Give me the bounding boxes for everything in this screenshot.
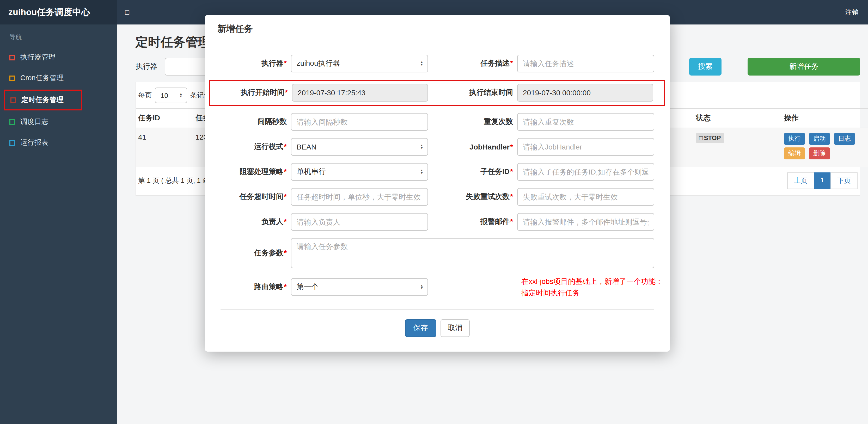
sidebar-item-label: 调度日志 xyxy=(20,117,49,127)
header-actions: 操作 xyxy=(779,108,868,128)
sidebar-section-label: 导航 xyxy=(0,25,117,47)
run-mode-label: 运行模式* xyxy=(220,142,291,152)
block-strategy-value: 单机串行 xyxy=(297,167,326,176)
sidebar-item-label: Cron任务管理 xyxy=(20,73,64,83)
sidebar: 导航 执行器管理 Cron任务管理 定时任务管理 调度日志 运行报表 xyxy=(0,25,117,424)
feature-note-line2: 指定时间执行任务 xyxy=(521,287,663,299)
status-badge: □ STOP xyxy=(696,133,724,143)
timeout-label: 任务超时时间* xyxy=(220,192,291,202)
page-size-select[interactable]: 10 ▲▼ xyxy=(155,88,187,103)
edit-button[interactable]: 编辑 xyxy=(784,148,805,159)
navbar-right: 注销 xyxy=(845,7,868,17)
select-arrows-icon: ▲▼ xyxy=(420,61,423,66)
cron-task-icon xyxy=(9,75,15,81)
timeout-input[interactable] xyxy=(291,188,428,206)
required-mark: * xyxy=(284,142,287,151)
delete-button[interactable]: 删除 xyxy=(809,148,830,159)
log-button[interactable]: 日志 xyxy=(834,133,855,145)
interval-label: 间隔秒数 xyxy=(220,117,291,127)
schedule-log-icon xyxy=(9,119,15,125)
executor-select[interactable]: zuihou执行器 ▲▼ xyxy=(291,55,428,72)
job-handler-label: JobHandler* xyxy=(447,143,517,151)
run-mode-select[interactable]: BEAN ▲▼ xyxy=(291,138,428,156)
modal-actions: 保存 取消 xyxy=(220,310,654,341)
page-size-value: 10 xyxy=(161,91,168,99)
job-param-textarea[interactable] xyxy=(291,238,654,268)
cancel-button[interactable]: 取消 xyxy=(440,319,470,337)
job-handler-input[interactable] xyxy=(517,138,654,156)
select-arrows-icon: ▲▼ xyxy=(179,93,183,98)
required-mark: * xyxy=(284,283,287,291)
end-time-label: 执行结束时间 xyxy=(447,88,517,97)
cell-actions: 执行 启动 日志 编辑 删除 xyxy=(779,128,868,167)
sidebar-item-label: 定时任务管理 xyxy=(21,95,64,105)
required-mark: * xyxy=(285,88,288,96)
start-button[interactable]: 启动 xyxy=(809,133,830,145)
timed-task-icon xyxy=(10,97,16,103)
executor-manager-icon xyxy=(9,55,15,60)
modal-title: 新增任务 xyxy=(217,23,657,35)
required-mark: * xyxy=(510,192,513,200)
sidebar-item-timed-task[interactable]: 定时任务管理 xyxy=(4,90,82,110)
page-1-button[interactable]: 1 xyxy=(814,172,831,189)
sidebar-item-executor-manager[interactable]: 执行器管理 xyxy=(0,47,117,68)
sidebar-item-run-report[interactable]: 运行报表 xyxy=(0,132,117,153)
interval-input[interactable] xyxy=(291,113,428,131)
required-mark: * xyxy=(284,167,287,175)
owner-label: 负责人* xyxy=(220,217,291,227)
required-mark: * xyxy=(510,59,513,67)
save-button[interactable]: 保存 xyxy=(405,319,436,337)
next-page-button[interactable]: 下页 xyxy=(831,172,858,189)
repeat-count-label: 重复次数 xyxy=(447,117,517,127)
required-mark: * xyxy=(284,249,287,257)
modal-header: 新增任务 xyxy=(205,15,670,43)
page-size-prefix: 每页 xyxy=(138,91,152,100)
route-strategy-select[interactable]: 第一个 ▲▼ xyxy=(291,279,428,296)
required-mark: * xyxy=(284,192,287,200)
add-task-modal: 新增任务 执行器* zuihou执行器 ▲▼ 任务描述* xyxy=(205,15,670,352)
prev-page-button[interactable]: 上页 xyxy=(787,172,814,189)
repeat-count-input[interactable] xyxy=(517,113,654,131)
logout-link[interactable]: 注销 xyxy=(845,8,859,16)
app-brand: zuihou任务调度中心 xyxy=(0,0,117,25)
cell-status: □ STOP xyxy=(691,128,779,167)
fail-retry-input[interactable] xyxy=(517,188,654,206)
sidebar-item-schedule-log[interactable]: 调度日志 xyxy=(0,111,117,132)
block-strategy-label: 阻塞处理策略* xyxy=(220,167,291,176)
executor-select-value: zuihou执行器 xyxy=(297,59,340,68)
sidebar-item-cron-task[interactable]: Cron任务管理 xyxy=(0,68,117,89)
required-mark: * xyxy=(510,167,513,175)
header-task-id: 任务ID xyxy=(136,108,190,128)
select-arrows-icon: ▲▼ xyxy=(420,169,423,174)
end-time-input[interactable] xyxy=(517,84,653,102)
time-row-highlight: 执行开始时间* 执行结束时间 xyxy=(209,80,665,106)
cell-task-id: 41 xyxy=(136,128,190,167)
run-mode-value: BEAN xyxy=(297,143,316,151)
child-job-id-input[interactable] xyxy=(517,163,654,181)
sidebar-item-label: 运行报表 xyxy=(20,138,49,148)
job-desc-input[interactable] xyxy=(517,55,654,72)
select-arrows-icon: ▲▼ xyxy=(420,285,423,290)
start-time-input[interactable] xyxy=(292,84,428,102)
alarm-email-input[interactable] xyxy=(517,213,654,231)
block-strategy-select[interactable]: 单机串行 ▲▼ xyxy=(291,163,428,181)
route-strategy-value: 第一个 xyxy=(297,283,318,292)
sidebar-toggle-icon[interactable]: □ xyxy=(125,8,129,16)
job-param-label: 任务参数* xyxy=(220,249,291,258)
child-job-id-label: 子任务ID* xyxy=(447,167,517,176)
status-text: STOP xyxy=(704,134,721,142)
header-status: 状态 xyxy=(691,108,779,128)
route-strategy-label: 路由策略* xyxy=(220,283,291,292)
fail-retry-label: 失败重试次数* xyxy=(447,192,517,202)
required-mark: * xyxy=(510,217,513,226)
required-mark: * xyxy=(510,143,513,151)
owner-input[interactable] xyxy=(291,213,428,231)
add-task-button[interactable]: 新增任务 xyxy=(748,58,860,75)
search-button[interactable]: 搜索 xyxy=(689,58,721,75)
job-desc-label: 任务描述* xyxy=(447,59,517,68)
app: zuihou任务调度中心 □ 注销 导航 执行器管理 Cron任务管理 定时任务… xyxy=(0,0,868,424)
start-time-label: 执行开始时间* xyxy=(222,88,292,97)
execute-button[interactable]: 执行 xyxy=(784,133,805,145)
modal-body: 执行器* zuihou执行器 ▲▼ 任务描述* 执行开始时间* xyxy=(205,43,670,352)
feature-note-line1: 在xxl-jobs项目的基础上，新增了一个功能： xyxy=(521,275,663,287)
